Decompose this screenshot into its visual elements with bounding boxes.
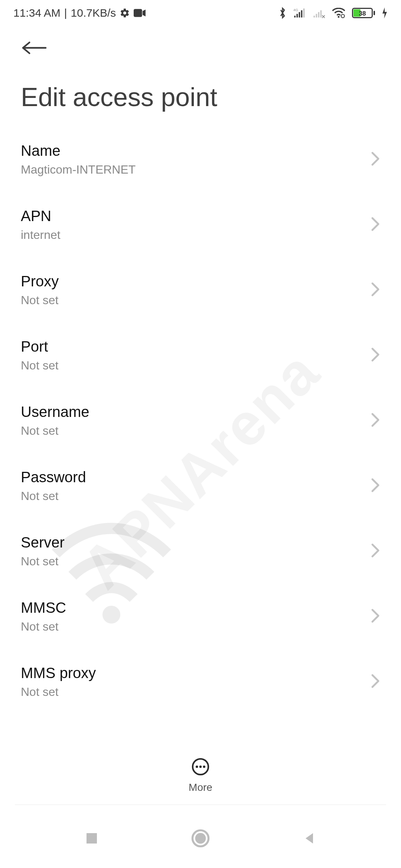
row-value: Not set [21, 424, 89, 438]
more-icon [191, 757, 210, 778]
back-button[interactable] [21, 39, 47, 58]
charging-icon [382, 7, 388, 19]
svg-rect-8 [316, 14, 317, 17]
circle-icon [190, 828, 211, 848]
apn-row-name[interactable]: Name Magticom-INTERNET [0, 127, 401, 192]
svg-rect-2 [294, 16, 296, 17]
svg-rect-3 [297, 14, 298, 17]
svg-point-16 [199, 766, 202, 768]
svg-rect-9 [318, 12, 320, 18]
chevron-right-icon [371, 151, 380, 168]
row-label: Proxy [21, 273, 59, 290]
battery-percent: 38 [353, 10, 372, 17]
svg-point-12 [341, 14, 345, 18]
nav-back-button[interactable] [287, 831, 332, 846]
chevron-right-icon [371, 412, 380, 429]
apn-row-port[interactable]: Port Not set [0, 323, 401, 388]
page-title: Edit access point [0, 62, 401, 127]
arrow-left-icon [21, 39, 47, 56]
screen-content: Edit access point APNArena Name Magticom… [0, 26, 401, 794]
svg-rect-7 [313, 16, 315, 17]
svg-text:4G: 4G [293, 8, 298, 12]
camera-icon [134, 9, 146, 17]
bottom-divider [15, 805, 386, 805]
svg-rect-0 [134, 9, 142, 17]
row-value: Not set [21, 359, 58, 372]
status-data-rate: 10.7KB/s [71, 7, 116, 19]
row-value: Not set [21, 293, 59, 307]
svg-point-15 [196, 766, 198, 768]
svg-rect-4 [299, 12, 300, 18]
signal-4g-icon: 4G [293, 7, 306, 19]
status-bar: 11:34 AM | 10.7KB/s 4G [0, 0, 401, 26]
wifi-icon [332, 8, 345, 18]
svg-rect-5 [301, 10, 303, 17]
status-sep: | [64, 7, 67, 19]
chevron-right-icon [371, 217, 380, 233]
nav-home-button[interactable] [178, 828, 223, 848]
chevron-right-icon [371, 347, 380, 364]
svg-rect-18 [87, 833, 97, 844]
row-label: MMS proxy [21, 665, 96, 681]
chevron-right-icon [371, 543, 380, 559]
svg-point-11 [338, 16, 340, 18]
chevron-right-icon [371, 674, 380, 690]
row-value: internet [21, 228, 61, 242]
chevron-right-icon [371, 282, 380, 298]
square-icon [84, 831, 99, 846]
svg-point-20 [195, 833, 206, 844]
row-label: APN [21, 208, 61, 224]
svg-rect-10 [320, 10, 322, 17]
row-label: Name [21, 142, 136, 159]
row-label: Port [21, 338, 58, 355]
signal-nosim-icon [313, 7, 325, 19]
back-row [0, 26, 401, 62]
apn-row-mms-proxy[interactable]: MMS proxy Not set [0, 649, 401, 714]
bluetooth-icon [278, 7, 287, 19]
apn-row-server[interactable]: Server Not set [0, 519, 401, 584]
svg-point-17 [203, 766, 205, 768]
row-value: Not set [21, 685, 96, 699]
status-time: 11:34 AM [13, 7, 61, 19]
row-value: Not set [21, 620, 66, 634]
row-value: Magticom-INTERNET [21, 163, 136, 177]
more-button[interactable]: More [189, 757, 212, 793]
gear-icon [120, 8, 130, 18]
settings-list[interactable]: APNArena Name Magticom-INTERNET APN inte… [0, 127, 401, 750]
more-label: More [189, 782, 212, 793]
row-label: MMSC [21, 599, 66, 616]
chevron-right-icon [371, 608, 380, 625]
status-right: 4G [278, 7, 388, 19]
bottom-action-bar: More [0, 749, 401, 801]
system-nav-bar [0, 809, 401, 868]
nav-recents-button[interactable] [69, 831, 114, 846]
apn-row-username[interactable]: Username Not set [0, 388, 401, 453]
apn-row-apn[interactable]: APN internet [0, 192, 401, 257]
apn-row-mmsc[interactable]: MMSC Not set [0, 584, 401, 649]
row-value: Not set [21, 555, 65, 568]
row-label: Server [21, 534, 65, 551]
row-label: Username [21, 404, 89, 420]
row-label: Password [21, 469, 86, 486]
apn-row-password[interactable]: Password Not set [0, 453, 401, 519]
battery-icon: 38 [352, 8, 375, 18]
apn-row-proxy[interactable]: Proxy Not set [0, 257, 401, 323]
svg-rect-6 [303, 9, 305, 17]
triangle-left-icon [302, 831, 317, 846]
chevron-right-icon [371, 478, 380, 494]
row-value: Not set [21, 489, 86, 503]
status-left: 11:34 AM | 10.7KB/s [13, 7, 146, 19]
